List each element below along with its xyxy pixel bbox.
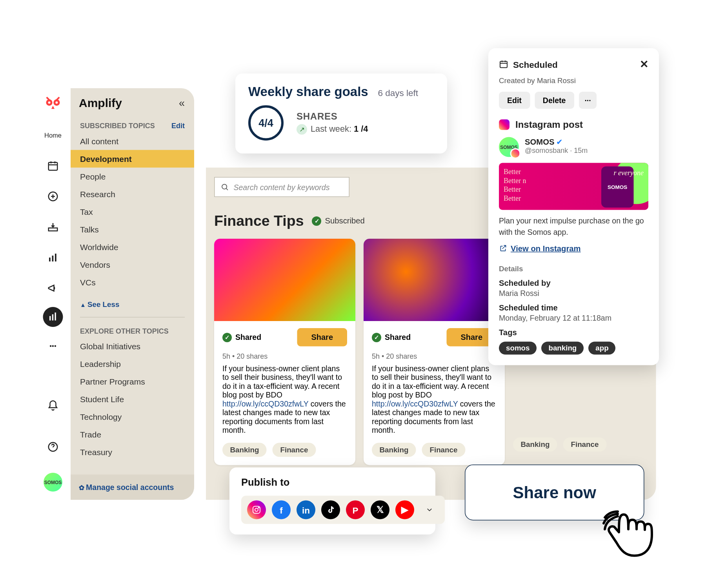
network-tiktok-icon[interactable] [321,501,340,519]
edit-button[interactable]: Edit [499,92,530,109]
explore-partner-programs[interactable]: Partner Programs [71,373,194,390]
rail-megaphone[interactable] [40,273,66,303]
tag-pill-somos[interactable]: somos [499,341,537,354]
plus-circle-icon [47,191,59,202]
svg-rect-7 [49,258,51,261]
card-image [214,239,355,321]
network-instagram-icon[interactable] [247,501,266,519]
topic-research[interactable]: Research [71,185,194,203]
explore-technology[interactable]: Technology [71,408,194,426]
view-on-instagram-link[interactable]: View on Instagram [499,244,581,253]
check-circle-icon: ✓ [222,332,232,342]
publish-to-popover: Publish to f in P 𝕏 ▶ [229,468,435,535]
svg-point-17 [255,508,258,512]
rail-inbox[interactable] [40,212,66,242]
network-linkedin-icon[interactable]: in [297,501,315,519]
calendar-icon [499,60,508,69]
network-youtube-icon[interactable]: ▶ [395,501,414,519]
rail-add[interactable] [40,181,66,212]
goal-progress-ring: 4/4 [248,105,284,141]
topic-vendors[interactable]: Vendors [71,256,194,274]
post-preview-image: BetterBetter nBetterBetter SOMOS r every… [499,163,648,210]
tag-banking[interactable]: Banking [372,443,416,457]
tag-banking[interactable]: Banking [513,437,557,452]
explore-trade[interactable]: Trade [71,426,194,443]
manage-social-accounts-link[interactable]: Manage social accounts [71,475,194,500]
svg-rect-12 [55,312,56,320]
rail-amplify-active[interactable] [43,307,63,327]
card-3-tags-peek: Banking Finance [513,437,606,452]
network-more-button[interactable] [420,501,439,519]
scheduled-by-label: Scheduled by [499,279,648,288]
megaphone-icon [47,282,59,294]
calendar-icon [47,160,59,172]
explore-leadership[interactable]: Leadership [71,355,194,373]
see-less-link[interactable]: See Less [71,295,194,315]
content-card: ✓Shared Share 5h • 20 shares If your bus… [364,239,505,465]
rail-notifications[interactable] [40,390,66,421]
scheduled-title: Scheduled [513,59,558,69]
explore-treasury[interactable]: Treasury [71,443,194,461]
topic-worldwide[interactable]: Worldwide [71,238,194,256]
collapse-sidebar-button[interactable]: « [179,97,185,110]
tag-banking[interactable]: Banking [222,443,267,457]
publish-title: Publish to [241,477,424,489]
more-button[interactable]: ··· [579,92,597,109]
network-pinterest-icon[interactable]: P [346,501,365,519]
svg-rect-4 [49,162,58,170]
org-avatar[interactable]: SOMOS [44,473,62,492]
svg-rect-8 [52,256,54,261]
section-title: Finance Tips [214,212,304,230]
divider [80,317,185,318]
card-link[interactable]: http://ow.ly/ccQD30zfwLY [222,399,308,408]
card-copy: If your business-owner client plans to s… [222,364,347,435]
scheduled-panel: Scheduled ✕ Created by Maria Rossi Edit … [488,48,659,365]
explore-topics-heading: EXPLORE OTHER TOPICS [80,327,169,335]
rail-more[interactable]: ••• [40,330,66,361]
check-circle-icon: ✓ [312,216,322,225]
tag-finance[interactable]: Finance [563,437,606,452]
search-input[interactable]: Search content by keywords [214,177,349,197]
tag-pill-app[interactable]: app [588,341,615,354]
profile-name: SOMOS [525,138,554,147]
goals-title: Weekly share goals [248,84,368,99]
rail-help[interactable] [40,432,66,462]
network-x-icon[interactable]: 𝕏 [371,501,389,519]
tag-finance[interactable]: Finance [422,443,465,457]
delete-button[interactable]: Delete [535,92,574,109]
scheduled-time-label: Scheduled time [499,303,648,312]
card-link[interactable]: http://ow.ly/ccQD30zfwLY [372,399,458,408]
tag-pill-banking[interactable]: banking [541,341,584,354]
search-placeholder: Search content by keywords [234,183,330,192]
rail-home[interactable]: Home [40,120,66,151]
card-image [364,239,505,321]
topic-people[interactable]: People [71,168,194,185]
explore-student-life[interactable]: Student Life [71,390,194,408]
topic-development[interactable]: Development [71,150,194,168]
created-by: Created by Maria Rossi [499,76,648,85]
rail-analytics[interactable] [40,242,66,273]
topic-tax[interactable]: Tax [71,203,194,221]
explore-global-initiatives[interactable]: Global Initiatives [71,338,194,355]
edit-topics-link[interactable]: Edit [171,122,185,130]
instagram-icon [499,120,509,130]
share-button[interactable]: Share [297,328,347,347]
topic-vcs[interactable]: VCs [71,274,194,291]
bell-icon [47,400,59,412]
content-card: ✓Shared Share 5h • 20 shares If your bus… [214,239,355,465]
rail-calendar[interactable] [40,151,66,181]
topic-talks[interactable]: Talks [71,221,194,238]
svg-rect-9 [55,254,56,261]
svg-point-14 [222,184,227,189]
shared-label: Shared [235,333,261,342]
help-icon [47,441,59,453]
topic-all-content[interactable]: All content [71,132,194,150]
svg-point-2 [48,102,51,104]
search-icon [221,183,229,191]
network-facebook-icon[interactable]: f [272,501,291,519]
close-button[interactable]: ✕ [640,58,649,71]
sidebar: Amplify « SUBSCRIBED TOPICS Edit All con… [71,88,194,500]
tag-finance[interactable]: Finance [273,443,316,457]
scheduled-time-value: Monday, February 12 at 11:18am [499,313,648,322]
card-meta: 5h • 20 shares [372,352,497,361]
